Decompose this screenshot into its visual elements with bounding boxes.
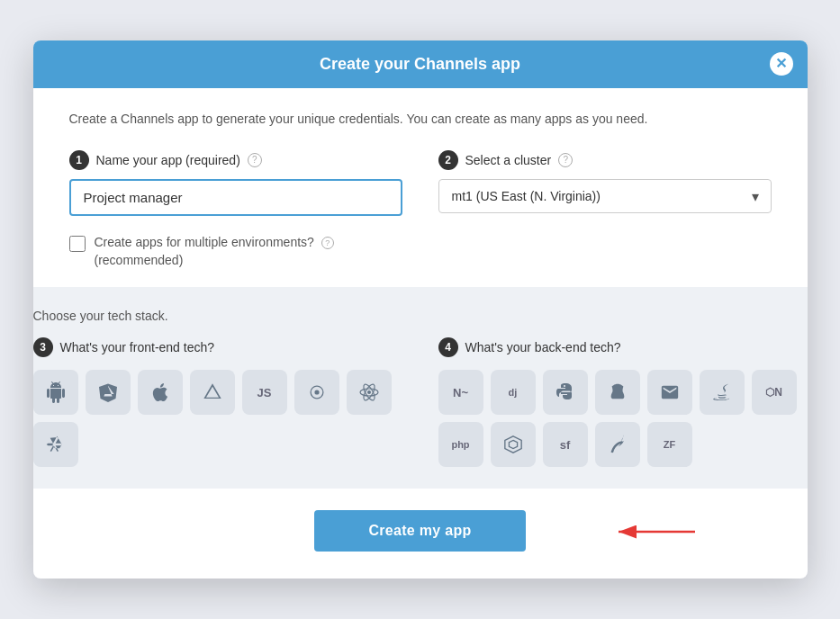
- backend-label-text: What's your back-end tech?: [465, 340, 621, 354]
- app-name-input[interactable]: [69, 179, 402, 216]
- name-group: 1 Name your app (required) ?: [69, 150, 402, 216]
- multi-env-checkbox[interactable]: [69, 236, 86, 252]
- frontend-label: 3 What's your front-end tech?: [33, 337, 402, 357]
- multi-env-label-text: Create apps for multiple environments?: [95, 235, 314, 249]
- close-button[interactable]: ✕: [770, 52, 793, 76]
- tech-row: 3 What's your front-end tech?: [33, 337, 808, 467]
- unity-icon[interactable]: [33, 422, 78, 467]
- step4-badge: 4: [438, 337, 458, 357]
- step2-label-text: Select a cluster: [465, 153, 552, 167]
- tech-section: Choose your tech stack. 3 What's your fr…: [33, 287, 808, 489]
- frontend-icons: JS: [33, 370, 402, 467]
- cluster-select-wrapper: mt1 (US East (N. Virginia)) eu (EU West …: [438, 179, 772, 213]
- step2-badge: 2: [438, 150, 458, 170]
- tech-section-title: Choose your tech stack.: [33, 309, 808, 323]
- nodejs2-icon[interactable]: ⬡N: [752, 370, 797, 415]
- backend-label: 4 What's your back-end tech?: [438, 337, 808, 357]
- svg-marker-7: [509, 441, 517, 449]
- javascript-icon[interactable]: JS: [242, 370, 287, 415]
- create-app-button[interactable]: Create my app: [314, 510, 525, 552]
- symfony-icon[interactable]: sf: [543, 422, 588, 467]
- java-icon[interactable]: [700, 370, 745, 415]
- zf-icon[interactable]: ZF: [647, 422, 692, 467]
- create-app-modal: Create your Channels app ✕ Create a Chan…: [33, 40, 808, 579]
- leaf-icon[interactable]: [595, 422, 640, 467]
- name-label: 1 Name your app (required) ?: [69, 150, 402, 170]
- modal-footer: Create my app: [33, 489, 808, 579]
- step2-help-icon[interactable]: ?: [558, 153, 573, 167]
- apple-icon[interactable]: [138, 370, 183, 415]
- modal-body: Create a Channels app to generate your u…: [33, 88, 808, 269]
- cluster-label: 2 Select a cluster ?: [438, 150, 772, 170]
- android-icon[interactable]: [33, 370, 78, 415]
- modal-title: Create your Channels app: [320, 55, 520, 74]
- svg-point-1: [314, 390, 319, 395]
- step1-help-icon[interactable]: ?: [248, 153, 262, 167]
- arrow-indicator: [610, 514, 700, 553]
- step1-badge: 1: [69, 150, 89, 170]
- svg-point-5: [367, 390, 371, 394]
- xamarin-icon[interactable]: [190, 370, 235, 415]
- multi-env-help-icon[interactable]: ?: [321, 237, 334, 249]
- rails-icon[interactable]: [595, 370, 640, 415]
- step1-label-text: Name your app (required): [96, 153, 240, 167]
- step3-badge: 3: [33, 337, 53, 357]
- cluster-group: 2 Select a cluster ? mt1 (US East (N. Vi…: [438, 150, 772, 216]
- close-icon: ✕: [775, 57, 787, 71]
- svg-marker-6: [504, 436, 520, 453]
- angular-icon[interactable]: [86, 370, 131, 415]
- description-text: Create a Channels app to generate your u…: [69, 110, 772, 129]
- swift-icon[interactable]: [647, 370, 692, 415]
- backend-icons: N~ dj ⬡N php: [438, 370, 808, 467]
- frontend-label-text: What's your front-end tech?: [60, 340, 215, 354]
- nodejs-icon[interactable]: N~: [438, 370, 483, 415]
- ionic-icon[interactable]: [294, 370, 339, 415]
- multi-env-sublabel: (recommended): [95, 253, 184, 267]
- cluster-select[interactable]: mt1 (US East (N. Virginia)) eu (EU West …: [438, 179, 772, 213]
- backend-group: 4 What's your back-end tech? N~ dj: [438, 337, 808, 467]
- python-icon[interactable]: [543, 370, 588, 415]
- form-row-main: 1 Name your app (required) ? 2 Select a …: [69, 150, 772, 216]
- multi-env-row: Create apps for multiple environments? ?…: [69, 234, 772, 269]
- arrow-svg: [610, 514, 700, 550]
- django-icon[interactable]: dj: [491, 370, 536, 415]
- laravel-icon[interactable]: [491, 422, 536, 467]
- react-icon[interactable]: [347, 370, 392, 415]
- multi-env-label: Create apps for multiple environments? ?…: [95, 234, 334, 269]
- frontend-group: 3 What's your front-end tech?: [33, 337, 402, 467]
- modal-header: Create your Channels app ✕: [33, 40, 808, 88]
- php-icon[interactable]: php: [438, 422, 483, 467]
